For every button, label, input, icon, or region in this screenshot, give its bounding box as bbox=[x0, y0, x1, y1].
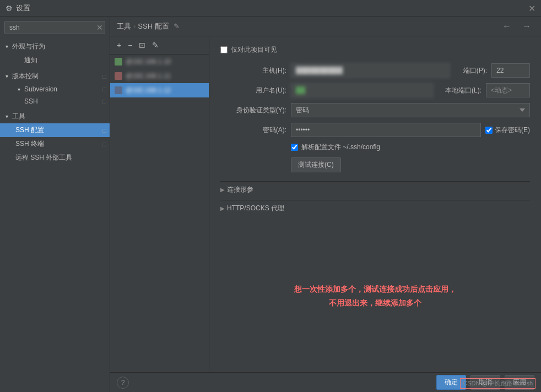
breadcrumb-tool: 工具 bbox=[117, 21, 131, 31]
password-input[interactable] bbox=[291, 123, 481, 137]
title-bar-icon: ⚙ bbox=[6, 4, 13, 13]
ssh-item-color-1 bbox=[115, 72, 122, 80]
annotation-line2: 不用退出来，继续添加多个 bbox=[220, 296, 530, 310]
port-label: 端口(P): bbox=[454, 66, 487, 75]
copy-ssh-button[interactable]: ⊡ bbox=[137, 40, 148, 51]
local-port-input[interactable] bbox=[486, 83, 530, 97]
sidebar-item-ssh-terminal[interactable]: SSH 终端 □ bbox=[0, 137, 110, 151]
ssh-item-label-0: @192.168.1.10 bbox=[126, 58, 204, 66]
parse-config-label: 解析配置文件 ~/.ssh/config bbox=[301, 143, 380, 152]
sidebar-group-label-vcs: 版本控制 bbox=[12, 72, 39, 81]
chevron-down-icon-svn: ▾ bbox=[15, 86, 22, 92]
sidebar-item-label-subversion: Subversion bbox=[24, 85, 57, 93]
ssh-item-color-0 bbox=[115, 58, 122, 66]
sidebar-group-tools[interactable]: ▾ 工具 bbox=[0, 110, 110, 123]
ssh-config-icon: □ bbox=[102, 127, 106, 134]
sidebar-item-notifications[interactable]: 通知 bbox=[0, 53, 110, 67]
add-ssh-button[interactable]: + bbox=[115, 40, 123, 51]
sidebar-group-label-tools: 工具 bbox=[12, 112, 25, 121]
ssh-list-item-1[interactable]: @192.168.1.11 bbox=[110, 69, 209, 83]
host-input[interactable] bbox=[291, 63, 450, 78]
chevron-down-icon-vcs: ▾ bbox=[3, 73, 10, 80]
sidebar-item-subversion[interactable]: ▾ Subversion □ bbox=[0, 83, 110, 95]
ssh-item-label-2: @192.168.1.12 bbox=[126, 86, 204, 94]
search-input[interactable] bbox=[4, 21, 105, 34]
sidebar-item-ssh-vcs[interactable]: SSH □ bbox=[0, 95, 110, 107]
chevron-down-icon-tools: ▾ bbox=[3, 113, 10, 120]
sidebar-group-label-appearance: 外观与行为 bbox=[12, 42, 45, 51]
close-button[interactable]: ✕ bbox=[527, 3, 537, 13]
http-socks-arrow-icon: ▶ bbox=[220, 205, 225, 211]
watermark: CSDN @中长跑路 Ecrush bbox=[460, 378, 535, 389]
help-button[interactable]: ? bbox=[117, 377, 129, 389]
ssh-terminal-icon: □ bbox=[102, 141, 106, 148]
parse-config-checkbox[interactable] bbox=[291, 144, 298, 151]
connect-params-header[interactable]: ▶ 连接形参 bbox=[220, 181, 530, 198]
vcs-icon: □ bbox=[102, 73, 106, 80]
ssh-item-label-1: @192.168.1.11 bbox=[126, 72, 204, 80]
only-this-project-label: 仅对此项目可见 bbox=[231, 45, 277, 55]
username-label: 用户名(U): bbox=[220, 86, 286, 95]
sidebar: ✕ ▾ 外观与行为 通知 ▾ 版本控制 □ ▾ Subversion □ bbox=[0, 17, 110, 392]
save-password-label: 保存密码(E) bbox=[495, 126, 530, 135]
breadcrumb-current: SSH 配置 bbox=[138, 21, 169, 31]
annotation-overlay: 想一次性添加多个，测试连接成功后点击应用， 不用退出来，继续添加多个 bbox=[220, 282, 530, 310]
svn-icon: □ bbox=[102, 86, 106, 92]
only-this-project-checkbox[interactable] bbox=[220, 46, 228, 53]
password-label: 密码(A): bbox=[220, 126, 286, 135]
bottom-bar: ? 确定 取消 应用 CSDN @中长跑路 Ecrush bbox=[110, 372, 541, 392]
annotation-line1: 想一次性添加多个，测试连接成功后点击应用， bbox=[220, 282, 530, 296]
ssh-item-color-2 bbox=[115, 86, 122, 94]
sidebar-group-vcs[interactable]: ▾ 版本控制 □ bbox=[0, 69, 110, 83]
content-header: 工具 › SSH 配置 ✎ ← → bbox=[110, 17, 541, 36]
port-input[interactable] bbox=[491, 63, 530, 78]
breadcrumb-edit-icon[interactable]: ✎ bbox=[174, 22, 180, 30]
auth-type-select[interactable]: 密码 密钥对 OpenSSH 配置和认证代理 bbox=[291, 103, 530, 117]
sidebar-group-appearance[interactable]: ▾ 外观与行为 bbox=[0, 40, 110, 53]
connect-params-label: 连接形参 bbox=[227, 185, 253, 194]
ssh-list-item-2[interactable]: @192.168.1.12 bbox=[110, 83, 209, 97]
ssh-vcs-icon: □ bbox=[102, 98, 106, 105]
test-connect-button[interactable]: 测试连接(C) bbox=[291, 157, 341, 172]
save-password-checkbox[interactable] bbox=[485, 127, 493, 134]
title-bar-text: 设置 bbox=[16, 3, 30, 13]
title-bar: ⚙ 设置 ✕ bbox=[0, 0, 541, 17]
sidebar-item-label-remote-ssh: 远程 SSH 外部工具 bbox=[15, 153, 72, 162]
sidebar-item-label-ssh-terminal: SSH 终端 bbox=[15, 139, 44, 149]
sidebar-item-label-ssh-config: SSH 配置 bbox=[15, 126, 44, 135]
remove-ssh-button[interactable]: − bbox=[126, 40, 134, 51]
ssh-form-panel: 仅对此项目可见 主机(H): 端口(P): 用户名(U): 本地端口(L): bbox=[209, 36, 541, 372]
sidebar-item-remote-ssh[interactable]: 远程 SSH 外部工具 bbox=[0, 151, 110, 165]
username-input[interactable] bbox=[291, 83, 433, 97]
host-label: 主机(H): bbox=[220, 66, 286, 75]
sidebar-item-label-notifications: 通知 bbox=[24, 56, 37, 65]
breadcrumb-sep: › bbox=[133, 22, 136, 30]
local-port-label: 本地端口(L): bbox=[437, 86, 482, 95]
nav-back-button[interactable]: ← bbox=[499, 20, 515, 32]
nav-forward-button[interactable]: → bbox=[519, 20, 534, 32]
sidebar-item-ssh-config[interactable]: SSH 配置 □ bbox=[0, 123, 110, 137]
auth-type-label: 身份验证类型(Y): bbox=[220, 106, 286, 115]
connect-params-arrow-icon: ▶ bbox=[220, 187, 225, 193]
chevron-down-icon: ▾ bbox=[3, 43, 10, 50]
ssh-list-item-0[interactable]: @192.168.1.10 bbox=[110, 55, 209, 69]
sidebar-item-label-ssh-vcs: SSH bbox=[24, 97, 38, 105]
search-clear-icon[interactable]: ✕ bbox=[96, 23, 103, 32]
http-socks-header[interactable]: ▶ HTTP/SOCKS 代理 bbox=[220, 200, 530, 216]
http-socks-label: HTTP/SOCKS 代理 bbox=[227, 204, 284, 213]
ssh-list-panel: + − ⊡ ✎ @192.168.1.10 @192.168.1.11 bbox=[110, 36, 209, 372]
edit-ssh-button[interactable]: ✎ bbox=[150, 40, 161, 51]
